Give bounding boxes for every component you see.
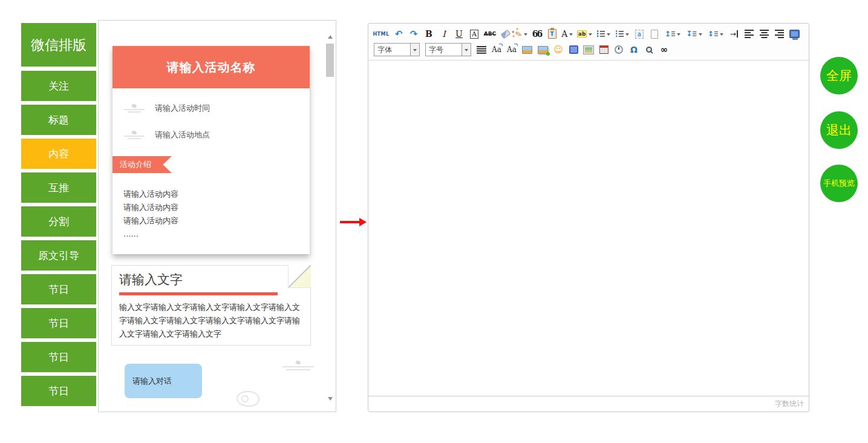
activity-content-line: 请输入活动内容 <box>123 214 310 228</box>
dropdown-caret-icon <box>625 33 629 38</box>
sidebar-item-mutual-push[interactable]: 互推 <box>21 172 96 203</box>
calendar-button[interactable] <box>599 43 609 56</box>
preview-scrollbar[interactable] <box>326 35 334 401</box>
image-icon <box>522 46 532 54</box>
activity-location-label: 请输入活动地点 <box>155 130 210 140</box>
sidebar-item-festival-1[interactable]: 节日 <box>21 274 96 304</box>
lowercase-button[interactable]: Aa <box>507 43 517 56</box>
blockquote-button[interactable]: 66 <box>532 27 542 41</box>
framed-image-button[interactable] <box>584 43 593 56</box>
strikethrough-button[interactable]: ABC <box>485 27 495 41</box>
toolbar-row-1: HTML ↶ ↷ B I U A ABC ✎ 66 T A ab a ↥ <box>374 27 803 41</box>
margin-bottom-button[interactable]: ↧ <box>686 27 702 41</box>
underline-button[interactable]: U <box>454 27 464 41</box>
paste-as-text-button[interactable]: T <box>547 27 557 41</box>
emoticon-button[interactable]: ☺ <box>553 43 563 56</box>
dropdown-caret-icon <box>720 33 723 38</box>
dialog-template-bubble[interactable]: 请输入对话 <box>125 364 202 398</box>
text-card-title: 请输入文字 <box>119 271 303 288</box>
editor-toolbar: HTML ↶ ↷ B I U A ABC ✎ 66 T A ab a ↥ <box>368 24 809 61</box>
dropdown-caret-icon <box>524 33 527 38</box>
template-preview-panel: 请输入活动名称 请输入活动时间 请输入活动地点 活动介绍 请输入活动内容 请输入… <box>98 20 336 412</box>
align-right-icon <box>775 30 784 38</box>
new-page-button[interactable] <box>650 27 659 41</box>
faint-cartoon-sketch <box>237 391 259 407</box>
dropdown-caret-icon <box>699 33 702 38</box>
horizontal-rule-icon <box>477 46 486 54</box>
align-left-button[interactable] <box>744 27 754 41</box>
omega-icon: Ω <box>630 45 638 54</box>
editor-fullscreen-button[interactable] <box>789 27 800 41</box>
redo-button[interactable]: ↷ <box>409 27 419 41</box>
text-template-card[interactable]: 请输入文字 输入文字请输入文字请输入文字请输入文字请输入文字请输入文字请输入文字… <box>111 265 311 346</box>
line-height-button[interactable]: ↕ <box>708 27 723 41</box>
undo-button[interactable]: ↶ <box>394 27 403 41</box>
calendar-icon <box>599 45 609 54</box>
highlight-color-button[interactable]: ab <box>578 27 591 41</box>
activity-location-row: 请输入活动地点 <box>123 130 310 140</box>
special-char-button[interactable]: Ω <box>629 43 639 56</box>
source-html-button[interactable]: HTML <box>374 27 388 41</box>
editor-canvas[interactable] <box>368 61 809 396</box>
monitor-icon <box>789 30 800 38</box>
editor-statusbar: 字数统计 <box>368 396 809 412</box>
fullscreen-button[interactable]: 全屏 <box>820 57 858 94</box>
mobile-preview-button[interactable]: 手机预览 <box>820 165 858 202</box>
folded-corner-icon <box>288 265 311 288</box>
blank-page-icon <box>651 30 658 39</box>
remove-format-eraser-button[interactable] <box>501 27 511 41</box>
binoculars-icon: ∞ <box>661 44 668 55</box>
insert-image-button[interactable] <box>522 43 532 56</box>
rich-text-editor: HTML ↶ ↷ B I U A ABC ✎ 66 T A ab a ↥ <box>368 23 809 412</box>
sidebar-item-festival-3[interactable]: 节日 <box>21 342 96 372</box>
unordered-list-icon <box>616 30 624 38</box>
insert-media-button[interactable] <box>569 43 578 56</box>
sidebar-item-festival-2[interactable]: 节日 <box>21 308 96 338</box>
select-arrow[interactable] <box>462 44 471 56</box>
align-center-button[interactable] <box>759 27 769 41</box>
scroll-down-arrow-icon[interactable] <box>328 397 333 401</box>
activity-card-body: 请输入活动时间 请输入活动地点 活动介绍 请输入活动内容 请输入活动内容 请输入… <box>113 88 310 254</box>
dropdown-caret-icon <box>569 33 573 38</box>
sidebar-item-festival-4[interactable]: 节日 <box>21 376 96 406</box>
text-card-body: 输入文字请输入文字请输入文字请输入文字请输入文字请输入文字请输入文字请输入文字请… <box>119 301 303 341</box>
style-box-button[interactable]: A <box>469 27 479 41</box>
word-count-label: 字数统计 <box>775 399 804 409</box>
select-arrow[interactable] <box>410 44 419 56</box>
sidebar-item-follow[interactable]: 关注 <box>21 71 96 101</box>
magic-template-button[interactable]: ✎ <box>516 27 527 41</box>
font-size-select[interactable]: 字号 <box>425 43 471 56</box>
uppercase-button[interactable]: Aa <box>492 43 501 56</box>
multi-image-button[interactable] <box>538 43 548 56</box>
font-color-button[interactable]: A <box>563 27 573 41</box>
activity-content-line: 请输入活动内容 <box>123 188 310 201</box>
ordered-list-button[interactable] <box>597 27 610 41</box>
scroll-up-arrow-icon[interactable] <box>328 35 333 39</box>
activity-time-row: 请输入活动时间 <box>123 103 310 114</box>
bold-button[interactable]: B <box>424 27 434 41</box>
activity-template-card[interactable]: 请输入活动名称 请输入活动时间 请输入活动地点 活动介绍 请输入活动内容 请输入… <box>113 46 310 254</box>
insert-direction-arrow-icon <box>340 218 367 226</box>
dropdown-caret-icon <box>607 33 610 38</box>
smiley-icon: ☺ <box>553 44 563 55</box>
quick-search-button[interactable] <box>644 43 654 56</box>
multi-image-icon <box>538 46 548 54</box>
italic-button[interactable]: I <box>439 27 449 41</box>
sidebar-item-heading[interactable]: 标题 <box>21 105 96 135</box>
find-replace-button[interactable]: ∞ <box>659 43 669 56</box>
anchor-button[interactable]: a <box>635 27 644 41</box>
font-family-select[interactable]: 字体 <box>374 43 420 56</box>
scrollbar-thumb[interactable] <box>326 44 334 77</box>
sidebar-item-divider[interactable]: 分割 <box>21 206 96 237</box>
align-right-button[interactable] <box>774 27 784 41</box>
horizontal-rule-button[interactable] <box>477 43 486 56</box>
unordered-list-button[interactable] <box>616 27 629 41</box>
margin-top-button[interactable]: ↥ <box>665 27 680 41</box>
activity-content-lines: 请输入活动内容 请输入活动内容 请输入活动内容 ...... <box>123 188 310 241</box>
exit-button[interactable]: 退出 <box>820 111 858 149</box>
magic-wand-icon: ✎ <box>514 28 523 39</box>
indent-button[interactable]: → <box>729 27 739 41</box>
sidebar-item-content[interactable]: 内容 <box>21 139 96 169</box>
clock-button[interactable] <box>614 43 624 56</box>
sidebar-item-readmore[interactable]: 原文引导 <box>21 240 96 271</box>
